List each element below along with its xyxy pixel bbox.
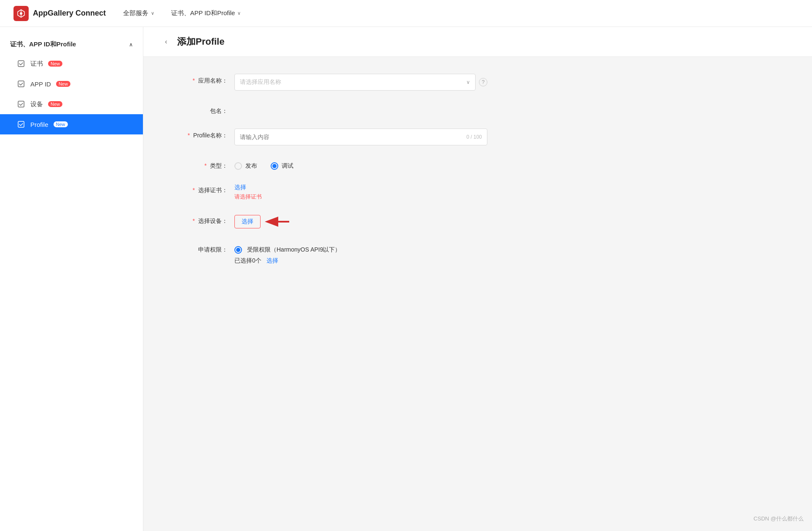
profile-name-input-wrapper: 0 / 100 xyxy=(234,129,487,145)
nav-cert-profile-label: 证书、APP ID和Profile xyxy=(171,9,235,17)
control-permission: 受限权限（HarmonyOS API9以下） 已选择0个 选择 xyxy=(234,243,487,265)
radio-label-publish: 发布 xyxy=(245,162,257,170)
svg-rect-1 xyxy=(18,61,24,67)
appid-icon xyxy=(17,80,25,88)
label-certificate: * 选择证书： xyxy=(169,183,228,194)
svg-rect-4 xyxy=(18,121,24,127)
radio-publish[interactable]: 发布 xyxy=(234,162,257,170)
arrow-annotation-icon xyxy=(264,214,293,229)
select-certificate-button[interactable]: 选择 xyxy=(234,184,246,190)
badge-new-appid: New xyxy=(56,81,70,87)
profile-icon xyxy=(17,120,25,129)
control-certificate: 选择 请选择证书 xyxy=(234,183,487,201)
sidebar-section-title: 证书、APP ID和Profile xyxy=(10,40,76,48)
nav-all-services[interactable]: 全部服务 ∨ xyxy=(123,6,154,21)
device-icon xyxy=(17,100,25,108)
selected-count-label: 已选择0个 xyxy=(234,257,261,265)
page-title: 添加Profile xyxy=(177,35,224,48)
form-area: * 应用名称： 请选择应用名称 ∨ ? 包名： xyxy=(143,57,812,295)
form-row-type: * 类型： 发布 调试 xyxy=(169,159,787,170)
char-count: 0 / 100 xyxy=(466,134,482,140)
form-row-app-name: * 应用名称： 请选择应用名称 ∨ ? xyxy=(169,74,787,91)
sidebar-item-device[interactable]: 设备 New xyxy=(0,94,143,114)
badge-new-certificate: New xyxy=(48,61,62,67)
back-button[interactable]: ‹ xyxy=(160,36,172,48)
top-nav: AppGallery Connect 全部服务 ∨ 证书、APP ID和Prof… xyxy=(0,0,812,27)
chevron-up-icon: ∧ xyxy=(129,42,133,48)
nav-cert-profile[interactable]: 证书、APP ID和Profile ∨ xyxy=(171,6,241,21)
form-row-device: * 选择设备： 选择 xyxy=(169,214,787,229)
sidebar-item-profile[interactable]: Profile New xyxy=(0,114,143,134)
form-row-package-name: 包名： xyxy=(169,104,787,115)
label-type: * 类型： xyxy=(169,159,228,170)
chevron-down-icon: ∨ xyxy=(151,11,154,16)
svg-rect-3 xyxy=(18,101,24,107)
control-type: 发布 调试 xyxy=(234,159,487,170)
sidebar-item-certificate[interactable]: 证书 New xyxy=(0,54,143,74)
logo-icon xyxy=(13,6,29,21)
sidebar: 证书、APP ID和Profile ∧ 证书 New APP ID New xyxy=(0,27,143,531)
sidebar-item-appid[interactable]: APP ID New xyxy=(0,74,143,94)
label-package-name: 包名： xyxy=(169,104,228,115)
label-app-name: * 应用名称： xyxy=(169,74,228,85)
watermark: CSDN @什么都什么 xyxy=(753,515,804,523)
form-row-permission: 申请权限： 受限权限（HarmonyOS API9以下） 已选择0个 选择 xyxy=(169,243,787,265)
sidebar-item-device-label: 设备 xyxy=(30,100,43,108)
radio-circle-limited xyxy=(234,246,242,254)
package-name-value xyxy=(234,104,487,107)
logo-area: AppGallery Connect xyxy=(13,6,106,21)
badge-new-device: New xyxy=(48,101,62,107)
required-marker: * xyxy=(193,77,195,84)
form-row-certificate: * 选择证书： 选择 请选择证书 xyxy=(169,183,787,201)
required-marker: * xyxy=(193,217,195,224)
label-permission: 申请权限： xyxy=(169,243,228,254)
control-device: 选择 xyxy=(234,214,487,229)
sidebar-item-appid-label: APP ID xyxy=(30,80,51,88)
chevron-down-icon: ∨ xyxy=(466,79,470,85)
type-radio-group: 发布 调试 xyxy=(234,159,487,170)
certificate-error: 请选择证书 xyxy=(234,193,487,201)
control-package-name xyxy=(234,104,487,107)
required-marker: * xyxy=(188,132,190,139)
radio-label-debug: 调试 xyxy=(282,162,293,170)
sidebar-item-certificate-label: 证书 xyxy=(30,60,43,68)
label-profile-name: * Profile名称： xyxy=(169,129,228,139)
app-name-placeholder: 请选择应用名称 xyxy=(240,78,281,86)
badge-new-profile: New xyxy=(54,121,68,127)
radio-circle-publish xyxy=(234,162,242,170)
app-name-select[interactable]: 请选择应用名称 ∨ xyxy=(234,74,476,91)
chevron-down-icon: ∨ xyxy=(237,11,241,16)
help-icon[interactable]: ? xyxy=(479,78,487,86)
device-select-area: 选择 xyxy=(234,214,487,229)
select-permission-button[interactable]: 选择 xyxy=(266,257,278,265)
radio-circle-debug xyxy=(271,162,278,170)
control-profile-name: 0 / 100 xyxy=(234,129,487,145)
control-app-name: 请选择应用名称 ∨ ? xyxy=(234,74,487,91)
sidebar-item-profile-label: Profile xyxy=(30,121,48,128)
page-header: ‹ 添加Profile xyxy=(143,27,812,57)
profile-name-input[interactable] xyxy=(240,134,466,140)
main-layout: 证书、APP ID和Profile ∧ 证书 New APP ID New xyxy=(0,27,812,531)
permission-radio-group: 受限权限（HarmonyOS API9以下） xyxy=(234,243,487,254)
label-device: * 选择设备： xyxy=(169,214,228,225)
main-content: ‹ 添加Profile * 应用名称： 请选择应用名称 ∨ ? xyxy=(143,27,812,531)
required-marker: * xyxy=(193,187,195,193)
nav-all-services-label: 全部服务 xyxy=(123,9,148,17)
select-device-button[interactable]: 选择 xyxy=(234,215,261,228)
certificate-icon xyxy=(17,59,25,68)
radio-debug[interactable]: 调试 xyxy=(271,162,293,170)
selected-count-row: 已选择0个 选择 xyxy=(234,257,487,265)
form-row-profile-name: * Profile名称： 0 / 100 xyxy=(169,129,787,145)
sidebar-section-header[interactable]: 证书、APP ID和Profile ∧ xyxy=(0,35,143,54)
logo-text: AppGallery Connect xyxy=(33,9,106,18)
svg-point-0 xyxy=(20,12,22,15)
svg-rect-2 xyxy=(18,81,24,87)
required-marker: * xyxy=(204,162,207,169)
radio-label-limited: 受限权限（HarmonyOS API9以下） xyxy=(247,246,341,254)
